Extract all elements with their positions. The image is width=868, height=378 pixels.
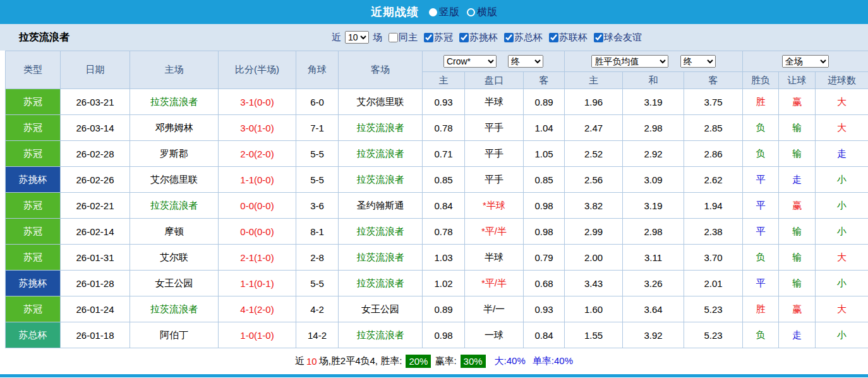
corners: 8-1 — [296, 219, 339, 245]
home-team: 拉茨流浪者 — [130, 89, 219, 115]
league-filter-sulianbei[interactable]: 苏联杯 — [545, 32, 588, 44]
big-rate: 大:40% — [495, 355, 526, 367]
league-checkbox-sulianbei[interactable] — [549, 33, 558, 42]
euro-draw-odds: 3.19 — [623, 89, 684, 115]
away-team: 艾尔德里联 — [339, 89, 423, 115]
handicap-result: 输 — [779, 245, 816, 271]
scope-select[interactable]: 全场 — [782, 55, 829, 68]
asia-away-odds: 0.98 — [524, 219, 565, 245]
euro-away-odds: 2.86 — [684, 141, 743, 167]
horizontal-layout-radio[interactable] — [467, 8, 475, 16]
table-row: 苏冠26-03-21拉茨流浪者3-1(0-0)6-0艾尔德里联0.93半球0.8… — [6, 89, 868, 115]
score: 1-1(0-0) — [219, 167, 296, 193]
recent-matches-table: 类型 日期 主场 比分(半场) 角球 客场 Crow* 终 胜平负均值 终 全场… — [5, 51, 868, 348]
asia-away-odds: 0.84 — [524, 322, 565, 348]
match-count-select[interactable]: 10 — [345, 31, 369, 44]
asia-home-odds: 0.89 — [423, 296, 465, 322]
euro-away-odds: 5.23 — [684, 296, 743, 322]
subcol-asia-away: 客 — [524, 72, 565, 89]
league-filter-suzongbei[interactable]: 苏总杯 — [500, 32, 543, 44]
league-label: 苏挑杯 — [469, 32, 498, 44]
handicap-result: 走 — [779, 322, 816, 348]
league-checkbox-sutiaobei[interactable] — [459, 33, 469, 42]
away-team: 拉茨流浪者 — [339, 141, 423, 167]
away-team: 拉茨流浪者 — [339, 271, 423, 296]
table-row: 苏挑杯26-01-28女王公园1-1(0-1)5-5拉茨流浪者1.02*平/半0… — [6, 271, 868, 296]
asia-away-odds: 0.68 — [524, 271, 565, 296]
league-filter-friendly[interactable]: 球会友谊 — [589, 32, 642, 44]
team-name: 拉茨流浪者 — [19, 31, 69, 44]
match-date: 26-01-24 — [61, 296, 130, 322]
match-type: 苏冠 — [6, 296, 61, 322]
euro-home-odds: 1.55 — [565, 322, 623, 348]
euro-home-odds: 3.82 — [565, 193, 623, 219]
score: 4-1(2-0) — [219, 296, 296, 322]
euro-home-odds: 2.56 — [565, 167, 623, 193]
goals-result: 大 — [816, 245, 868, 271]
away-team: 女王公园 — [339, 296, 423, 322]
euro-away-odds: 3.70 — [684, 245, 743, 271]
horizontal-layout-label: 横版 — [477, 6, 497, 19]
score: 0-0(0-0) — [219, 193, 296, 219]
euro-away-odds: 2.62 — [684, 167, 743, 193]
league-checkbox-suzongbei[interactable] — [504, 33, 514, 42]
summary-count: 10 — [306, 356, 317, 367]
asia-away-odds: 0.93 — [524, 296, 565, 322]
euro-time-select[interactable]: 终 — [680, 55, 716, 68]
col-score: 比分(半场) — [219, 51, 296, 89]
euro-company-select[interactable]: 胜平负均值 — [591, 55, 668, 68]
away-team: 拉茨流浪者 — [339, 245, 423, 271]
same-home-filter[interactable]: 同主 — [384, 32, 418, 44]
same-home-checkbox[interactable] — [389, 33, 398, 42]
euro-draw-odds: 2.98 — [623, 115, 684, 141]
score: 3-0(1-0) — [219, 115, 296, 141]
col-corner: 角球 — [296, 51, 339, 89]
euro-draw-odds: 3.19 — [623, 193, 684, 219]
result-wdl: 负 — [743, 322, 779, 348]
goals-result: 大 — [816, 89, 868, 115]
handicap-result: 输 — [779, 271, 816, 296]
league-checkbox-friendly[interactable] — [594, 33, 603, 42]
table-row: 苏总杯26-01-18阿伯丁1-0(1-0)14-2拉茨流浪者0.98一球0.8… — [6, 322, 868, 348]
asia-home-odds: 0.93 — [423, 89, 465, 115]
asia-handicap: 平手 — [465, 115, 524, 141]
asia-handicap: 半/一 — [465, 296, 524, 322]
away-team: 拉茨流浪者 — [339, 167, 423, 193]
away-team: 圣约翰斯通 — [339, 193, 423, 219]
result-wdl: 平 — [743, 219, 779, 245]
result-wdl: 负 — [743, 115, 779, 141]
euro-home-odds: 2.00 — [565, 245, 623, 271]
league-label: 苏总杯 — [514, 32, 543, 44]
match-date: 26-03-14 — [61, 115, 130, 141]
summary-near: 近 — [295, 355, 304, 367]
home-team: 女王公园 — [130, 271, 219, 296]
field-label: 场 — [373, 32, 382, 44]
corners: 2-8 — [296, 245, 339, 271]
table-row: 苏冠26-01-31艾尔联2-1(1-0)2-8拉茨流浪者1.03半球0.792… — [6, 245, 868, 271]
league-checkbox-suguan[interactable] — [424, 33, 433, 42]
table-row: 苏冠26-02-28罗斯郡2-0(2-0)5-5拉茨流浪者0.71平手1.052… — [6, 141, 868, 167]
handicap-rate-label: 赢率: — [435, 355, 456, 367]
asia-home-odds: 0.85 — [423, 167, 465, 193]
euro-draw-odds: 2.92 — [623, 141, 684, 167]
asia-handicap: 平手 — [465, 167, 524, 193]
home-team: 阿伯丁 — [130, 322, 219, 348]
table-row: 苏冠26-03-14邓弗姆林3-0(1-0)7-1拉茨流浪者0.78平手1.04… — [6, 115, 868, 141]
euro-draw-odds: 3.64 — [623, 296, 684, 322]
vertical-layout-radio[interactable] — [429, 8, 437, 16]
col-away: 客场 — [339, 51, 423, 89]
home-team: 拉茨流浪者 — [130, 296, 219, 322]
league-filter-sutiaobei[interactable]: 苏挑杯 — [455, 32, 498, 44]
asia-home-odds: 0.78 — [423, 219, 465, 245]
asia-time-select[interactable]: 终 — [508, 55, 543, 68]
handicap-rate-badge: 30% — [461, 355, 486, 368]
asia-company-select[interactable]: Crow* — [443, 55, 497, 68]
subcol-wdl: 胜负 — [743, 72, 779, 89]
goals-result: 大 — [816, 115, 868, 141]
result-wdl: 平 — [743, 271, 779, 296]
match-date: 26-02-26 — [61, 167, 130, 193]
league-filter-suguan[interactable]: 苏冠 — [419, 32, 453, 44]
result-wdl: 平 — [743, 193, 779, 219]
asia-home-odds: 1.02 — [423, 271, 465, 296]
asia-home-odds: 0.98 — [423, 322, 465, 348]
